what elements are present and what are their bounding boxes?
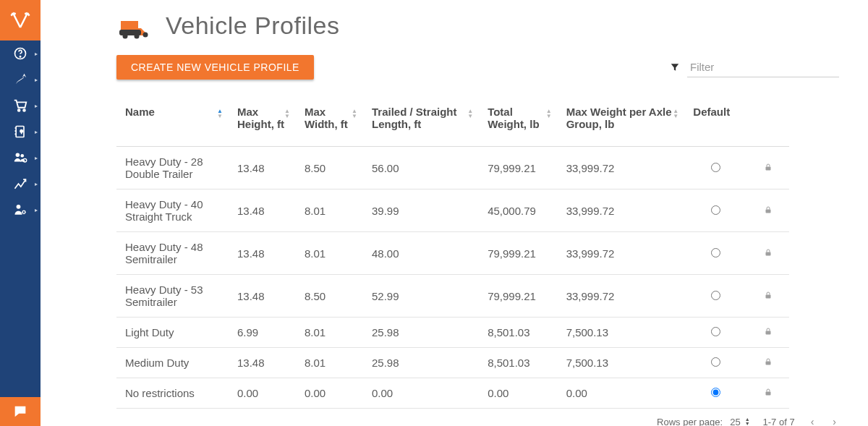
table-row[interactable]: Heavy Duty - 40 Straight Truck13.488.013… <box>116 189 789 232</box>
cell-max-width: 8.50 <box>296 275 363 318</box>
default-radio[interactable] <box>711 205 720 215</box>
cell-max-width: 8.01 <box>296 318 363 348</box>
svg-point-8 <box>23 158 27 162</box>
cell-name: Light Duty <box>116 318 229 348</box>
cell-max-height: 13.48 <box>229 189 296 232</box>
svg-point-13 <box>135 34 140 39</box>
lock-icon <box>764 247 773 257</box>
sidebar-item-orders[interactable] <box>0 93 41 119</box>
default-radio[interactable] <box>711 163 720 172</box>
cell-axle-weight: 0.00 <box>558 378 685 409</box>
pager-prev-button[interactable]: ‹ <box>808 416 817 426</box>
col-header-axle-weight[interactable]: Max Weight per Axle Group, lb▲▼ <box>558 98 685 147</box>
table-row[interactable]: No restrictions0.000.000.000.000.00 <box>116 378 789 409</box>
cell-axle-weight: 7,500.13 <box>558 348 685 378</box>
table-row[interactable]: Heavy Duty - 48 Semitrailer13.488.0148.0… <box>116 232 789 275</box>
cell-max-width: 0.00 <box>296 378 363 409</box>
default-radio[interactable] <box>711 248 720 257</box>
cell-total-weight: 79,999.21 <box>479 275 558 318</box>
cell-lock <box>744 189 789 232</box>
filter-input[interactable] <box>687 57 839 77</box>
svg-rect-18 <box>765 294 770 298</box>
people-pin-icon <box>12 150 28 166</box>
col-header-total-weight[interactable]: Total Weight, lb▲▼ <box>479 98 558 147</box>
sidebar-item-admin[interactable] <box>0 197 41 223</box>
svg-rect-20 <box>765 362 770 365</box>
svg-point-9 <box>17 205 21 209</box>
cell-default <box>684 378 744 409</box>
sidebar-item-addresses[interactable] <box>0 119 41 145</box>
cell-length: 52.99 <box>363 275 479 318</box>
svg-point-12 <box>123 34 128 39</box>
cell-lock <box>744 232 789 275</box>
table-row[interactable]: Light Duty6.998.0125.988,501.037,500.13 <box>116 318 789 348</box>
cell-lock <box>744 348 789 378</box>
col-header-lock <box>744 98 789 147</box>
col-header-name[interactable]: Name▲▼ <box>116 98 229 147</box>
sort-icon: ▲▼ <box>546 108 553 120</box>
lock-icon <box>764 357 773 367</box>
col-header-max-width[interactable]: Max Width, ft▲▼ <box>296 98 363 147</box>
svg-rect-16 <box>765 209 770 213</box>
sidebar-item-analytics[interactable] <box>0 171 41 197</box>
toolbar: CREATE NEW VEHICLE PROFILE <box>116 55 839 80</box>
col-header-default[interactable]: Default <box>684 98 744 147</box>
book-pin-icon <box>13 124 27 139</box>
cell-default <box>684 275 744 318</box>
pager: Rows per page: 25 ▲▼ 1-7 of 7 ‹ › <box>116 416 839 426</box>
table-row[interactable]: Heavy Duty - 28 Double Trailer13.488.505… <box>116 147 789 189</box>
default-radio[interactable] <box>711 357 720 367</box>
chart-up-icon <box>13 176 27 191</box>
table-row[interactable]: Medium Duty13.488.0125.988,501.037,500.1… <box>116 348 789 378</box>
col-header-length[interactable]: Trailed / Straight Length, ft▲▼ <box>363 98 479 147</box>
cell-max-width: 8.01 <box>296 232 363 275</box>
cell-axle-weight: 33,999.72 <box>558 147 685 189</box>
cell-length: 25.98 <box>363 348 479 378</box>
cell-axle-weight: 33,999.72 <box>558 275 685 318</box>
sidebar-chat-button[interactable] <box>0 397 41 426</box>
filter-icon[interactable] <box>670 62 680 72</box>
default-radio[interactable] <box>711 327 720 336</box>
lock-icon <box>764 326 773 336</box>
rows-per-page-select[interactable]: 25 ▲▼ <box>730 417 749 427</box>
pager-next-button[interactable]: › <box>830 416 839 426</box>
svg-point-1 <box>20 56 20 57</box>
svg-point-3 <box>23 109 25 111</box>
svg-rect-19 <box>765 331 770 335</box>
col-header-max-height[interactable]: Max Height, ft▲▼ <box>229 98 296 147</box>
cell-max-height: 13.48 <box>229 348 296 378</box>
sidebar-item-routes[interactable] <box>0 67 41 93</box>
chat-bubble-icon <box>12 404 28 419</box>
lock-icon <box>764 162 773 172</box>
default-radio[interactable] <box>711 291 720 300</box>
sort-icon: ▲▼ <box>467 108 475 120</box>
route-logo-icon <box>9 9 31 31</box>
svg-rect-21 <box>765 392 770 396</box>
cell-max-width: 8.01 <box>296 189 363 232</box>
cell-total-weight: 79,999.21 <box>479 232 558 275</box>
cell-lock <box>744 147 789 189</box>
table-row[interactable]: Heavy Duty - 53 Semitrailer13.488.5052.9… <box>116 275 789 318</box>
cell-max-height: 13.48 <box>229 147 296 189</box>
app-logo[interactable] <box>0 0 41 41</box>
pager-range: 1-7 of 7 <box>763 417 795 427</box>
cell-lock <box>744 318 789 348</box>
create-vehicle-profile-button[interactable]: CREATE NEW VEHICLE PROFILE <box>116 55 314 80</box>
cell-default <box>684 318 744 348</box>
default-radio[interactable] <box>711 388 720 397</box>
svg-point-2 <box>18 109 20 111</box>
sidebar-item-help[interactable] <box>0 41 41 67</box>
cell-max-height: 6.99 <box>229 318 296 348</box>
sidebar-item-team[interactable] <box>0 145 41 171</box>
cell-max-width: 8.01 <box>296 348 363 378</box>
stepper-icon: ▲▼ <box>745 417 750 426</box>
user-gear-icon <box>13 203 27 217</box>
cell-length: 39.99 <box>363 189 479 232</box>
cell-lock <box>744 275 789 318</box>
rows-per-page-label: Rows per page: <box>657 417 723 427</box>
sort-icon: ▲▼ <box>352 108 359 120</box>
cell-length: 56.00 <box>363 147 479 189</box>
svg-rect-17 <box>765 252 770 255</box>
sort-icon: ▲▼ <box>217 108 224 120</box>
sidebar-nav <box>0 41 41 223</box>
